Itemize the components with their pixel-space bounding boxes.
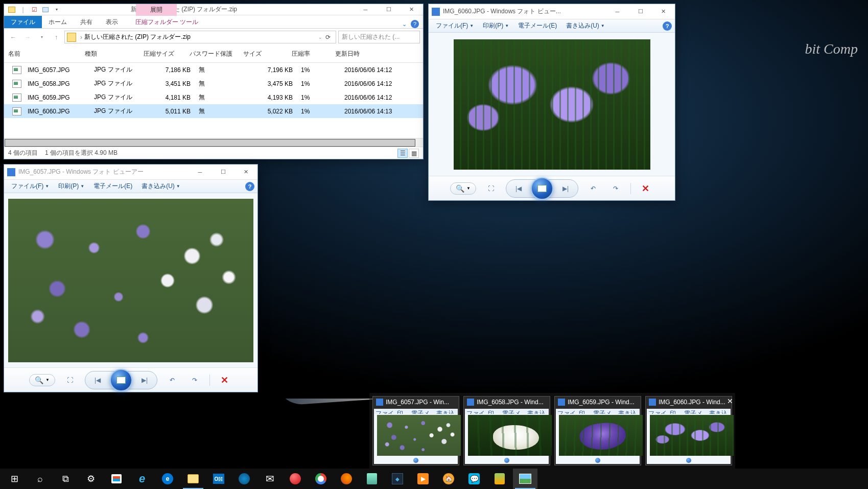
opera-icon[interactable] (283, 469, 308, 489)
menu-write[interactable]: 書き込み(U)▼ (562, 20, 609, 32)
rotate-ccw-button[interactable]: ↶ (165, 372, 180, 388)
store-icon[interactable] (104, 469, 129, 489)
ie-icon[interactable]: e (130, 469, 154, 489)
file-row[interactable]: IMG_6060.JPGJPG ファイル5,011 KB無5,022 KB1%2… (4, 104, 423, 118)
rotate-ccw-button[interactable]: ↶ (585, 181, 601, 196)
file-row[interactable]: IMG_6058.JPGJPG ファイル3,451 KB無3,475 KB1%2… (4, 77, 423, 90)
search-input[interactable]: 新しい圧縮された (... (338, 31, 420, 43)
maximize-button[interactable]: ☐ (212, 165, 234, 180)
col-password[interactable]: パスワード保護 (185, 48, 239, 60)
zoom-control[interactable]: 🔍▼ (450, 182, 476, 195)
close-button[interactable]: ✕ (400, 2, 423, 17)
recent-dropdown[interactable]: ▾ (36, 31, 48, 43)
thumbnail-close-button[interactable]: ✕ (724, 395, 736, 407)
fit-button[interactable]: ⛶ (483, 181, 499, 196)
menu-email[interactable]: 電子メール(E) (514, 20, 561, 32)
delete-button[interactable]: ✕ (638, 181, 653, 196)
slideshow-button[interactable] (110, 369, 132, 391)
close-button[interactable]: ✕ (234, 165, 257, 180)
taskbar-thumbnails: IMG_6057.JPG - Win...ファイル(F)印刷(P)電子メール(E… (369, 393, 735, 469)
firefox-icon[interactable] (334, 469, 359, 489)
ribbon-expand-icon[interactable]: ⌄ (402, 21, 407, 28)
chrome-icon[interactable] (309, 469, 333, 489)
tab-compressed-tools[interactable]: 圧縮フォルダー ツール (129, 16, 205, 28)
menu-file[interactable]: ファイル(F)▼ (7, 180, 53, 192)
tab-home[interactable]: ホーム (42, 16, 74, 28)
rotate-cw-button[interactable]: ↷ (187, 372, 202, 388)
help-icon[interactable]: ? (245, 182, 254, 191)
search-button[interactable]: ⌕ (28, 469, 52, 489)
pv-controls: 🔍▼ ⛶ |◀ ▶| ↶ ↷ ✕ (429, 176, 675, 200)
pv-titlebar[interactable]: IMG_6060.JPG - Windows フォト ビュー... ─ ☐ ✕ (429, 4, 675, 19)
image-area[interactable] (429, 33, 675, 176)
col-name[interactable]: 名前 (4, 48, 81, 60)
col-compressed-size[interactable]: 圧縮サイズ (139, 48, 185, 60)
chat-icon[interactable]: 💬 (462, 469, 486, 489)
explorer-titlebar[interactable]: | ☑ ▾ 新しい圧縮された (ZIP) フォルダー.zip ─ ☐ ✕ (4, 4, 423, 15)
fit-button[interactable]: ⛶ (62, 372, 78, 388)
maximize-button[interactable]: ☐ (377, 2, 400, 17)
minimize-button[interactable]: ─ (354, 2, 377, 17)
prev-button[interactable]: |◀ (507, 181, 530, 196)
horizontal-scrollbar[interactable] (4, 138, 423, 147)
file-row[interactable]: IMG_6059.JPGJPG ファイル4,181 KB無4,193 KB1%2… (4, 90, 423, 104)
new-folder-icon[interactable] (41, 5, 50, 14)
minimize-button[interactable]: ─ (189, 165, 212, 180)
home-icon[interactable]: 🏠 (436, 469, 461, 489)
thumbnail[interactable]: IMG_6058.JPG - Wind...ファイル(F)印刷(P)電子メール(… (463, 396, 550, 465)
col-size[interactable]: サイズ (239, 48, 288, 60)
delete-button[interactable]: ✕ (217, 372, 232, 388)
back-button[interactable]: ← (7, 31, 19, 43)
minimize-button[interactable]: ─ (606, 4, 629, 19)
view-icons-button[interactable]: ▦ (409, 149, 419, 158)
mail-icon[interactable]: ✉ (257, 469, 282, 489)
thunderbird-icon[interactable] (232, 469, 256, 489)
breadcrumb-dropdown-icon[interactable]: ⌄ (318, 35, 322, 40)
next-button[interactable]: ▶| (133, 372, 156, 388)
tab-view[interactable]: 表示 (99, 16, 125, 28)
start-button[interactable]: ⊞ (2, 469, 27, 489)
rotate-cw-button[interactable]: ↷ (608, 181, 623, 196)
edge-icon[interactable]: e (155, 469, 180, 489)
menu-print[interactable]: 印刷(P)▼ (479, 20, 513, 32)
pv-titlebar[interactable]: IMG_6057.JPG - Windows フォト ビューアー ─ ☐ ✕ (4, 165, 257, 180)
notes-icon[interactable] (360, 469, 384, 489)
app-icon-1[interactable]: ◆ (385, 469, 410, 489)
tab-share[interactable]: 共有 (74, 16, 99, 28)
refresh-icon[interactable]: ⟳ (325, 34, 331, 41)
menu-write[interactable]: 書き込み(U)▼ (137, 180, 184, 192)
col-ratio[interactable]: 圧縮率 (288, 48, 331, 60)
properties-icon[interactable]: ☑ (30, 5, 39, 14)
task-view-button[interactable]: ⧉ (53, 469, 78, 489)
thumbnail[interactable]: IMG_6059.JPG - Wind...ファイル(F)印刷(P)電子メール(… (554, 396, 641, 465)
menu-print[interactable]: 印刷(P)▼ (54, 180, 88, 192)
outlook-icon[interactable]: O☵ (206, 469, 231, 489)
image-area[interactable] (4, 193, 257, 367)
app-icon-2[interactable] (487, 469, 512, 489)
media-player-icon[interactable]: ▶ (411, 469, 435, 489)
tab-file[interactable]: ファイル (4, 16, 42, 28)
thumbnail[interactable]: IMG_6057.JPG - Win...ファイル(F)印刷(P)電子メール(E… (372, 396, 459, 465)
view-details-button[interactable]: ☰ (397, 149, 408, 158)
photo-viewer-taskbar-icon[interactable] (513, 469, 537, 489)
prev-button[interactable]: |◀ (86, 372, 109, 388)
close-button[interactable]: ✕ (652, 4, 675, 19)
file-row[interactable]: IMG_6057.JPGJPG ファイル7,186 KB無7,196 KB1%2… (4, 63, 423, 77)
help-icon[interactable]: ? (411, 20, 419, 28)
maximize-button[interactable]: ☐ (629, 4, 652, 19)
up-button[interactable]: ↑ (50, 31, 62, 43)
next-button[interactable]: ▶| (554, 181, 577, 196)
help-icon[interactable]: ? (663, 21, 672, 31)
col-date[interactable]: 更新日時 (331, 48, 408, 60)
explorer-taskbar-icon[interactable] (181, 469, 205, 489)
menu-file[interactable]: ファイル(F)▼ (432, 20, 478, 32)
settings-icon[interactable]: ⚙ (79, 469, 103, 489)
menu-email[interactable]: 電子メール(E) (89, 180, 136, 192)
breadcrumb[interactable]: › 新しい圧縮された (ZIP) フォルダー.zip ⌄ ⟳ (64, 31, 336, 43)
slideshow-button[interactable] (531, 177, 553, 200)
zoom-control[interactable]: 🔍▼ (29, 374, 55, 386)
thumbnail[interactable]: IMG_6060.JPG - Wind...ファイル(F)印刷(P)電子メール(… (645, 396, 732, 465)
qat-dropdown-icon[interactable]: ▾ (52, 5, 61, 14)
col-type[interactable]: 種類 (81, 48, 139, 60)
forward-button[interactable]: → (21, 31, 34, 43)
